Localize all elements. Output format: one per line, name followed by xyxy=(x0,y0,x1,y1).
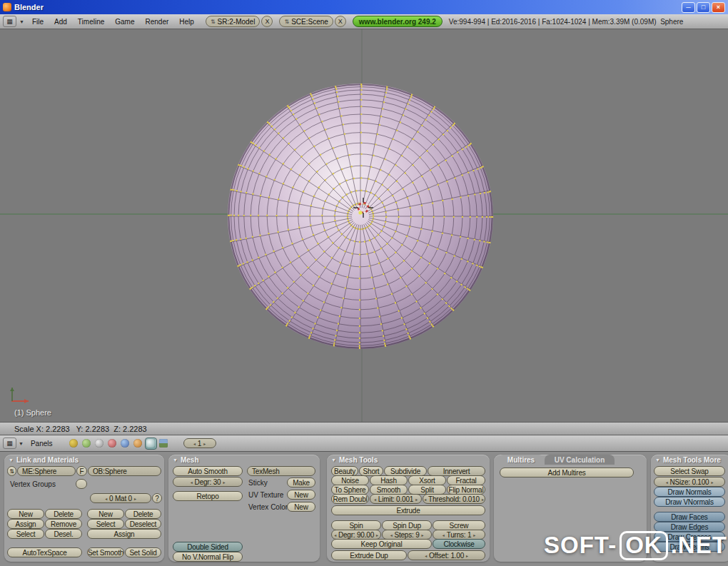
new-vertex-color-button[interactable]: New xyxy=(287,502,315,512)
menu-file[interactable]: File xyxy=(27,16,49,27)
steps-field[interactable]: Steps: 9 xyxy=(382,530,432,540)
limit-field[interactable]: Limit: 0.001 xyxy=(370,494,422,504)
window-type-button[interactable]: ▦ xyxy=(3,16,16,27)
object-name-field[interactable]: OB:Sphere xyxy=(88,466,161,476)
vgroup-new-button[interactable]: New xyxy=(7,509,44,519)
extrude-button[interactable]: Extrude xyxy=(331,505,485,515)
autotexspace-button[interactable]: AutoTexSpace xyxy=(7,547,82,557)
draw-normals-toggle[interactable]: Draw Normals xyxy=(654,487,725,497)
maximize-button[interactable]: □ xyxy=(697,2,710,13)
xsort-button[interactable]: Xsort xyxy=(408,475,446,485)
logic-context-button[interactable] xyxy=(68,438,80,450)
material-deselect-button[interactable]: Deselect xyxy=(125,519,161,529)
material-assign-button[interactable]: Assign xyxy=(87,529,161,539)
fractal-button[interactable]: Fractal xyxy=(447,475,485,485)
subdivide-button[interactable]: Subdivide xyxy=(384,466,427,476)
retopo-toggle[interactable]: Retopo xyxy=(173,491,243,501)
blender-version-button[interactable]: www.blender.org 249.2 xyxy=(353,16,443,27)
script-context-button[interactable] xyxy=(81,438,93,450)
frame-number-field[interactable]: 1 xyxy=(183,438,216,448)
tab-uv-calculation[interactable]: UV Calculation xyxy=(545,455,615,465)
vgroup-remove-button[interactable]: Remove xyxy=(45,519,82,529)
menu-add[interactable]: Add xyxy=(49,16,72,27)
panels-menu[interactable]: Panels xyxy=(26,438,58,449)
vgroup-desel-button[interactable]: Desel. xyxy=(45,529,82,539)
innervert-menu[interactable]: Innervert xyxy=(428,466,485,476)
scene-selector[interactable]: ⇅ SCE:Scene xyxy=(279,16,333,27)
select-swap-button[interactable]: Select Swap xyxy=(654,466,725,476)
buttons-window-type-button[interactable]: ▦ xyxy=(3,438,16,449)
menu-help[interactable]: Help xyxy=(174,16,199,27)
fake-user-button[interactable]: F xyxy=(76,466,87,476)
noise-button[interactable]: Noise xyxy=(331,475,369,485)
material-select-button[interactable]: Select xyxy=(87,519,124,529)
keep-original-toggle[interactable]: Keep Original xyxy=(331,539,432,549)
panel-header-link-and-materials[interactable]: ▼ Link and Materials xyxy=(9,455,79,465)
new-uv-texture-button[interactable]: New xyxy=(287,490,315,500)
vgroup-delete-button[interactable]: Delete xyxy=(45,509,82,519)
viewport-3d[interactable]: (1) Sphere xyxy=(0,29,728,422)
nsize-field[interactable]: NSize: 0.100 xyxy=(654,477,725,487)
material-context-button[interactable] xyxy=(106,438,118,450)
draw-vnormals-toggle[interactable]: Draw VNormals xyxy=(654,497,725,507)
vgroup-select-button[interactable]: Select xyxy=(7,529,44,539)
split-button[interactable]: Split xyxy=(408,485,446,495)
panel-header-mesh[interactable]: ▼ Mesh xyxy=(173,455,199,465)
draw-edges-toggle[interactable]: Draw Edges xyxy=(654,522,725,532)
material-index-selector[interactable]: 0 Mat 0 xyxy=(90,493,151,503)
mesh-name-field[interactable]: ME:Sphere xyxy=(17,466,76,476)
extrude-dup-button[interactable]: Extrude Dup xyxy=(331,550,407,560)
degrees-field[interactable]: Degr: 90.00 xyxy=(331,530,381,540)
object-context-button[interactable] xyxy=(132,438,144,450)
screw-button[interactable]: Screw xyxy=(433,520,485,530)
rem-doubles-button[interactable]: Rem Doubl xyxy=(331,494,369,504)
to-sphere-button[interactable]: To Sphere xyxy=(331,485,369,495)
material-help-button[interactable]: ? xyxy=(152,493,162,503)
turns-field[interactable]: Turns: 1 xyxy=(433,530,485,540)
menu-render[interactable]: Render xyxy=(141,16,174,27)
beauty-toggle[interactable]: Beauty xyxy=(331,466,358,476)
set-smooth-button[interactable]: Set Smooth xyxy=(87,547,124,557)
clockwise-toggle[interactable]: Clockwise xyxy=(433,539,485,549)
scene-delete-button[interactable]: X xyxy=(335,16,346,27)
tab-multires[interactable]: Multires xyxy=(498,455,544,465)
editing-context-button[interactable] xyxy=(145,438,157,450)
shading-context-button[interactable] xyxy=(93,438,106,450)
flip-normal-button[interactable]: Flip Normal xyxy=(447,485,485,495)
hash-button[interactable]: Hash xyxy=(370,475,408,485)
buttons-header-collapse-icon[interactable]: ▼ xyxy=(16,441,26,446)
offset-field[interactable]: Offset: 1.00 xyxy=(408,550,485,560)
auto-smooth-toggle[interactable]: Auto Smooth xyxy=(173,466,243,476)
set-solid-button[interactable]: Set Solid xyxy=(125,547,161,557)
viewport-header-transform-info[interactable]: Scale X: 2.2283 Y: 2.2283 Z: 2.2283 xyxy=(0,422,728,435)
close-button[interactable]: × xyxy=(712,2,725,13)
menu-game[interactable]: Game xyxy=(110,16,139,27)
double-sided-toggle[interactable]: Double Sided xyxy=(173,542,243,552)
material-delete-button[interactable]: Delete xyxy=(125,509,161,519)
draw-faces-toggle[interactable]: Draw Faces xyxy=(654,512,725,522)
panel-header-mesh-tools[interactable]: ▼ Mesh Tools xyxy=(331,455,378,465)
panel-header-mesh-tools-more[interactable]: ▼ Mesh Tools More xyxy=(655,455,721,465)
make-sticky-button[interactable]: Make xyxy=(287,477,315,487)
mesh-datablock-browse-button[interactable]: ⇅ xyxy=(7,466,16,476)
minimize-button[interactable]: ─ xyxy=(682,2,695,13)
screen-layout-delete-button[interactable]: X xyxy=(261,16,273,27)
add-multires-button[interactable]: Add Multires xyxy=(500,468,634,477)
material-new-button[interactable]: New xyxy=(87,509,124,519)
window-titlebar[interactable]: Blender ─ □ × xyxy=(0,0,728,14)
vertex-group-menu-button[interactable] xyxy=(76,479,87,489)
auto-smooth-degrees-field[interactable]: Degr: 30 xyxy=(173,477,243,487)
spin-dup-button[interactable]: Spin Dup xyxy=(382,520,432,530)
spin-button[interactable]: Spin xyxy=(331,520,381,530)
threshold-field[interactable]: Threshold: 0.010 xyxy=(423,494,485,504)
vgroup-assign-button[interactable]: Assign xyxy=(7,519,44,529)
header-collapse-icon[interactable]: ▼ xyxy=(17,19,26,24)
smooth-button[interactable]: Smooth xyxy=(370,485,408,495)
short-toggle[interactable]: Short xyxy=(359,466,383,476)
menu-timeline[interactable]: Timeline xyxy=(73,16,109,27)
world-context-button[interactable] xyxy=(119,438,131,450)
no-v-normal-flip-toggle[interactable]: No V.Normal Flip xyxy=(173,552,243,562)
screen-layout-selector[interactable]: ⇅ SR:2-Model xyxy=(206,16,261,27)
scene-context-button[interactable] xyxy=(158,438,170,450)
texmesh-field[interactable]: TexMesh xyxy=(247,466,315,476)
